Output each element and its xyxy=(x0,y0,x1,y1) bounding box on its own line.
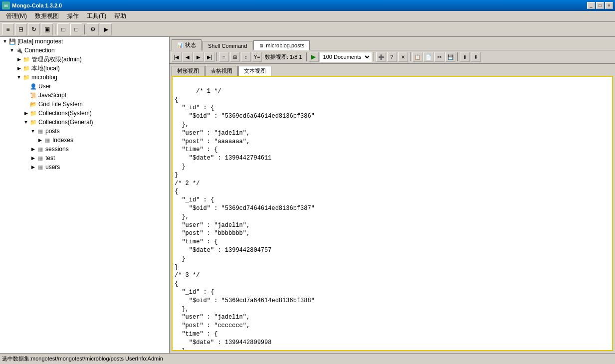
tree-item-local[interactable]: ▶ 📁 本地(local) xyxy=(0,64,169,73)
menu-help[interactable]: 帮助 xyxy=(110,11,130,21)
title-bar-buttons[interactable]: _ □ × xyxy=(587,2,613,9)
tree-toggle-collections-system[interactable]: ▶ xyxy=(23,110,29,116)
doc-count-select[interactable]: 100 Documents 50 Documents 200 Documents xyxy=(320,52,372,62)
main-toolbar: ≡ ⊟ ↻ ▣ □ □ ⚙ ▶ xyxy=(0,22,615,37)
tree-toggle-admin[interactable]: ▶ xyxy=(16,56,22,62)
delete-btn[interactable]: ✕ xyxy=(398,52,408,62)
sort-btn[interactable]: ↕ xyxy=(241,52,251,62)
tree-toggle-connection[interactable]: ▼ xyxy=(9,47,15,53)
refresh-btn[interactable]: ≡ xyxy=(219,52,229,62)
view-tab-text[interactable]: 文本视图 xyxy=(238,66,271,76)
view-tab-tree-label: 树形视图 xyxy=(177,68,199,74)
help-btn[interactable]: ? xyxy=(387,52,397,62)
toolbar-btn-2[interactable]: ⊟ xyxy=(15,23,27,35)
tree-label-collections-system: Collections(System) xyxy=(38,110,92,117)
nav-first-btn[interactable]: |◀ xyxy=(172,52,182,62)
tree-item-root[interactable]: ▼ 💾 [Data] mongotest xyxy=(0,37,169,46)
tree-item-sessions[interactable]: ▶ ▦ sessions xyxy=(0,145,169,154)
menu-bar: 管理(M) 数据视图 操作 工具(T) 帮助 xyxy=(0,11,615,22)
cut-btn[interactable]: ✂ xyxy=(434,52,444,62)
code-btn[interactable]: Y= xyxy=(252,52,262,62)
menu-dataview[interactable]: 数据视图 xyxy=(31,11,63,21)
toolbar-sep-1 xyxy=(55,24,55,34)
tree-icon-javascript: 📜 xyxy=(29,91,37,99)
main-area: ▼ 💾 [Data] mongotest ▼ 🔌 Connection ▶ 📁 … xyxy=(0,37,615,353)
toolbar-btn-db[interactable]: ▣ xyxy=(41,23,53,35)
close-button[interactable]: × xyxy=(605,2,613,9)
menu-operate[interactable]: 操作 xyxy=(63,11,83,21)
paste-btn[interactable]: 📄 xyxy=(423,52,433,62)
tree-label-javascript: JavaScript xyxy=(38,92,66,99)
status-bar: 选中数据集:mongotest/mongotest/microblog/post… xyxy=(0,353,615,364)
save-btn[interactable]: 💾 xyxy=(445,52,455,62)
tree-toggle-local[interactable]: ▶ xyxy=(16,65,22,71)
play-button[interactable]: ▶ xyxy=(309,52,319,62)
tree-label-users: users xyxy=(45,164,60,171)
tree-icon-root: 💾 xyxy=(8,37,16,45)
tree-toggle-indexes[interactable]: ▶ xyxy=(37,137,43,143)
tab-status-label: 状态 xyxy=(185,41,196,49)
tree-icon-indexes: ▦ xyxy=(43,136,51,144)
toolbar-btn-refresh[interactable]: ↻ xyxy=(28,23,40,35)
tree-item-posts[interactable]: ▼ ▦ posts xyxy=(0,127,169,136)
tree-label-collections-general: Collections(General) xyxy=(38,119,93,126)
tree-item-collections-system[interactable]: ▶ 📁 Collections(System) xyxy=(0,109,169,118)
tree-item-test[interactable]: ▶ ▦ test xyxy=(0,154,169,163)
tree-label-indexes: Indexes xyxy=(52,137,73,144)
toolbar-btn-settings[interactable]: ⚙ xyxy=(87,23,99,35)
tab-status-icon: 📊 xyxy=(177,42,183,48)
status-text: 选中数据集:mongotest/mongotest/microblog/post… xyxy=(2,355,163,363)
nav-next-btn[interactable]: ▶ xyxy=(194,52,204,62)
nav-prev-btn[interactable]: ◀ xyxy=(183,52,193,62)
tree-toggle-user[interactable] xyxy=(23,83,29,89)
view-tab-table[interactable]: 表格视图 xyxy=(205,66,238,76)
tree-item-javascript[interactable]: 📜 JavaScript xyxy=(0,91,169,100)
maximize-button[interactable]: □ xyxy=(596,2,604,9)
tree-toggle-collections-general[interactable]: ▼ xyxy=(23,119,29,125)
minimize-button[interactable]: _ xyxy=(587,2,595,9)
tree-toggle-sessions[interactable]: ▶ xyxy=(30,146,36,152)
toolbar-btn-6[interactable]: □ xyxy=(70,23,82,35)
tree-item-connection[interactable]: ▼ 🔌 Connection xyxy=(0,46,169,55)
toolbar-btn-5[interactable]: □ xyxy=(57,23,69,35)
view-tab-text-label: 文本视图 xyxy=(244,68,266,74)
menu-admin[interactable]: 管理(M) xyxy=(2,11,31,21)
tree-toggle-gridfs[interactable] xyxy=(23,101,29,107)
tab-posts[interactable]: 🗎 microblog.posts xyxy=(253,40,310,50)
view-tab-table-label: 表格视图 xyxy=(210,68,232,74)
copy-btn[interactable]: 📋 xyxy=(412,52,422,62)
tree-item-gridfs[interactable]: 📂 Grid File System xyxy=(0,100,169,109)
tree-item-indexes[interactable]: ▶ ▦ Indexes xyxy=(0,136,169,145)
tree-item-users[interactable]: ▶ ▦ users xyxy=(0,163,169,172)
tree-toggle-users[interactable]: ▶ xyxy=(30,164,36,170)
tree-icon-microblog: 📁 xyxy=(22,73,30,81)
tree-icon-test: ▦ xyxy=(36,154,44,162)
text-view[interactable]: /* 1 */ { "_id" : { "$oid" : "5369cd6a64… xyxy=(172,76,613,351)
tab-shell-command[interactable]: Shell Command xyxy=(203,41,252,50)
toolbar-btn-run[interactable]: ▶ xyxy=(100,23,112,35)
tree-toggle-root[interactable]: ▼ xyxy=(2,38,8,44)
nav-last-btn[interactable]: ▶| xyxy=(205,52,214,62)
toolbar-sep-2 xyxy=(84,24,85,34)
tree-item-user[interactable]: 👤 User xyxy=(0,82,169,91)
export-btn[interactable]: ⬆ xyxy=(460,52,470,62)
tree-item-admin[interactable]: ▶ 📁 管理员权限(admin) xyxy=(0,55,169,64)
tree-toggle-posts[interactable]: ▼ xyxy=(30,128,36,134)
add-btn[interactable]: ➕ xyxy=(376,52,386,62)
tree-toggle-test[interactable]: ▶ xyxy=(30,155,36,161)
app-icon: M xyxy=(2,1,10,9)
view-tab-tree[interactable]: 树形视图 xyxy=(172,66,205,76)
tree-label-posts: posts xyxy=(45,128,60,135)
tab-status[interactable]: 📊 状态 xyxy=(172,39,202,50)
tree-label-user: User xyxy=(38,83,51,90)
tree-item-microblog[interactable]: ▼ 📁 microblog xyxy=(0,73,169,82)
sidebar-tree[interactable]: ▼ 💾 [Data] mongotest ▼ 🔌 Connection ▶ 📁 … xyxy=(0,37,170,353)
import-btn[interactable]: ⬇ xyxy=(471,52,481,62)
tree-toggle-microblog[interactable]: ▼ xyxy=(16,74,22,80)
content-sep-1 xyxy=(216,52,217,61)
tree-toggle-javascript[interactable] xyxy=(23,92,29,98)
filter-btn[interactable]: ⊞ xyxy=(230,52,240,62)
toolbar-btn-1[interactable]: ≡ xyxy=(2,23,14,35)
tree-item-collections-general[interactable]: ▼ 📁 Collections(General) xyxy=(0,118,169,127)
menu-tools[interactable]: 工具(T) xyxy=(83,11,110,21)
